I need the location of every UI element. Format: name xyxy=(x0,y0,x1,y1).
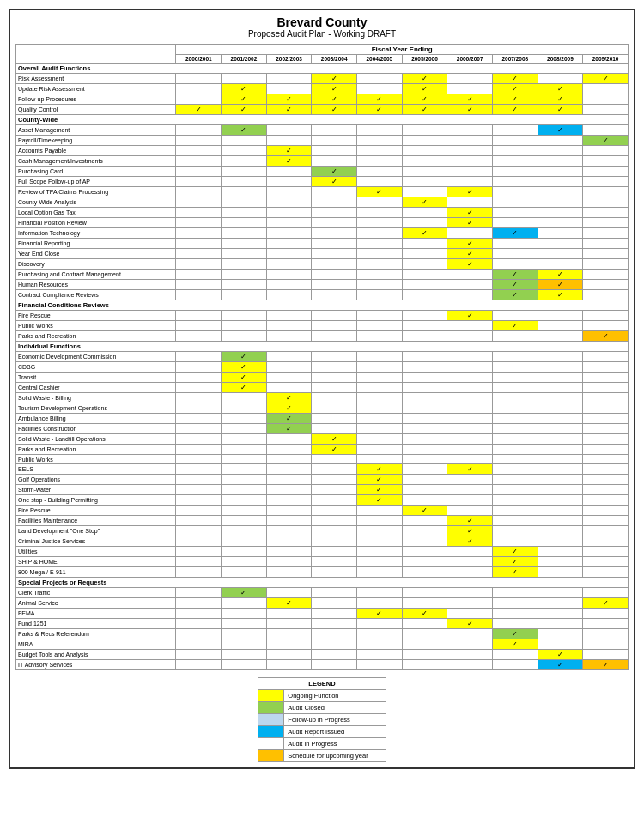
cell-3 xyxy=(312,567,357,578)
cell-7 xyxy=(492,270,538,280)
cell-0 xyxy=(176,485,222,495)
cell-2 xyxy=(266,557,312,567)
cell-8 xyxy=(538,321,583,331)
cell-0 xyxy=(176,383,222,393)
cell-1 xyxy=(222,434,267,445)
cell-1 xyxy=(222,197,267,208)
cell-3 xyxy=(312,424,357,434)
cell-2 xyxy=(266,660,312,670)
cell-3 xyxy=(312,352,357,362)
cell-0 xyxy=(176,424,222,434)
cell-0 xyxy=(176,495,222,506)
cell-7 xyxy=(492,249,538,259)
cell-5 xyxy=(402,84,447,94)
cell-8 xyxy=(538,455,583,464)
cell-2 xyxy=(266,619,312,629)
cell-8 xyxy=(538,464,583,475)
cell-4 xyxy=(357,455,403,464)
cell-4 xyxy=(357,485,403,495)
cell-0 xyxy=(176,249,222,259)
row-label: 800 Mega / E-911 xyxy=(16,567,176,578)
row-label: Follow-up Procedures xyxy=(16,94,176,105)
cell-9 xyxy=(583,259,629,270)
cell-1 xyxy=(222,464,267,475)
cell-6 xyxy=(447,445,493,455)
cell-4 xyxy=(357,352,403,362)
legend-color-box xyxy=(258,690,284,702)
cell-9 xyxy=(583,557,629,567)
table-row: Clerk Traffic xyxy=(16,588,629,598)
cell-9 xyxy=(583,629,629,639)
cell-1 xyxy=(222,609,267,619)
cell-8 xyxy=(538,495,583,506)
cell-4 xyxy=(357,660,403,670)
cell-1 xyxy=(222,187,267,197)
cell-8 xyxy=(538,280,583,290)
cell-4 xyxy=(357,177,403,187)
cell-2 xyxy=(266,629,312,639)
table-row: Fund 1251 xyxy=(16,619,629,629)
section-header: Special Projects or Requests xyxy=(16,578,629,588)
cell-9 xyxy=(583,84,629,94)
cell-3 xyxy=(312,167,357,177)
cell-9 xyxy=(583,321,629,331)
table-row: Transit xyxy=(16,373,629,383)
table-row: Parks & Recs Referendum xyxy=(16,629,629,639)
cell-6 xyxy=(447,177,493,187)
cell-8 xyxy=(538,383,583,393)
cell-6 xyxy=(447,383,493,393)
cell-7 xyxy=(492,598,538,609)
table-row: CDBG xyxy=(16,362,629,373)
cell-8 xyxy=(538,311,583,321)
cell-0 xyxy=(176,136,222,146)
cell-6 xyxy=(447,259,493,270)
row-label: Solid Waste - Billing xyxy=(16,393,176,403)
cell-4 xyxy=(357,187,403,197)
legend-title: LEGEND xyxy=(258,678,386,690)
cell-3 xyxy=(312,331,357,342)
cell-4 xyxy=(357,362,403,373)
cell-6 xyxy=(447,362,493,373)
table-row: Cash Management/Investments xyxy=(16,156,629,167)
cell-7 xyxy=(492,218,538,228)
cell-3 xyxy=(312,629,357,639)
cell-1 xyxy=(222,218,267,228)
row-label: MIRA xyxy=(16,639,176,650)
cell-6 xyxy=(447,321,493,331)
cell-9 xyxy=(583,362,629,373)
cell-1 xyxy=(222,373,267,383)
cell-5 xyxy=(402,125,447,136)
cell-6 xyxy=(447,650,493,660)
cell-5 xyxy=(402,547,447,557)
row-label: Risk Assessment xyxy=(16,74,176,84)
cell-6 xyxy=(447,218,493,228)
cell-8 xyxy=(538,352,583,362)
cell-2 xyxy=(266,94,312,105)
cell-3 xyxy=(312,639,357,650)
cell-9 xyxy=(583,660,629,670)
cell-1 xyxy=(222,414,267,424)
cell-3 xyxy=(312,208,357,218)
cell-4 xyxy=(357,393,403,403)
table-row: Review of TPA Claims Processing xyxy=(16,187,629,197)
cell-6 xyxy=(447,187,493,197)
table-row: Discovery xyxy=(16,259,629,270)
cell-2 xyxy=(266,125,312,136)
cell-2 xyxy=(266,495,312,506)
cell-5 xyxy=(402,249,447,259)
cell-2 xyxy=(266,270,312,280)
cell-3 xyxy=(312,249,357,259)
cell-1 xyxy=(222,167,267,177)
cell-2 xyxy=(266,311,312,321)
cell-2 xyxy=(266,352,312,362)
cell-7 xyxy=(492,156,538,167)
cell-3 xyxy=(312,84,357,94)
cell-3 xyxy=(312,383,357,393)
cell-9 xyxy=(583,619,629,629)
cell-0 xyxy=(176,290,222,300)
year-header: 2004/2005 xyxy=(357,55,403,64)
legend-label: Schedule for upcoming year xyxy=(284,750,386,762)
cell-7 xyxy=(492,290,538,300)
cell-5 xyxy=(402,403,447,414)
cell-2 xyxy=(266,383,312,393)
